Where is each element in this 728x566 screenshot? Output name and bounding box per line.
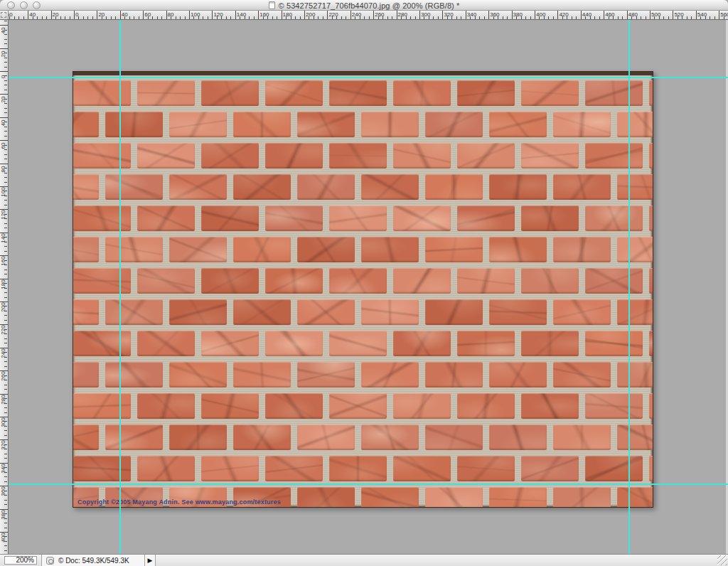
v-ruler-minor-tick bbox=[4, 112, 7, 113]
brick bbox=[265, 456, 323, 481]
h-ruler-minor-tick bbox=[585, 16, 586, 19]
h-ruler-major-tick bbox=[696, 11, 697, 20]
h-ruler-major-tick bbox=[258, 11, 259, 20]
close-button[interactable] bbox=[7, 1, 15, 9]
brick bbox=[73, 205, 131, 231]
brick bbox=[265, 331, 323, 356]
h-ruler-minor-tick bbox=[208, 16, 208, 19]
resize-grip[interactable] bbox=[717, 555, 727, 565]
brick bbox=[137, 143, 195, 169]
brick bbox=[617, 112, 653, 137]
h-ruler-minor-tick bbox=[37, 16, 38, 19]
guide-horizontal[interactable] bbox=[9, 484, 728, 485]
document-proxy-icon bbox=[269, 1, 275, 9]
h-ruler-minor-tick bbox=[461, 16, 461, 19]
doc-info-box: © Doc: 549.3K/549.3K bbox=[41, 555, 145, 566]
brick bbox=[521, 456, 579, 481]
h-ruler-minor-tick bbox=[9, 16, 10, 19]
v-ruler-minor-tick bbox=[4, 108, 7, 109]
v-ruler-label: 280 bbox=[1, 392, 6, 407]
h-ruler-minor-tick bbox=[355, 16, 355, 19]
h-ruler-major-tick bbox=[189, 11, 190, 20]
v-ruler-label: 80 bbox=[1, 161, 6, 177]
brick bbox=[297, 487, 355, 508]
guide-horizontal[interactable] bbox=[9, 77, 728, 78]
v-ruler-minor-tick bbox=[4, 476, 7, 477]
v-ruler-minor-tick bbox=[4, 246, 7, 247]
brick bbox=[521, 80, 579, 106]
brick bbox=[169, 299, 227, 325]
brick bbox=[425, 299, 483, 325]
brick bbox=[137, 268, 195, 294]
canvas-area[interactable]: Copyright ©2005 Mayang Adnin. See www.ma… bbox=[9, 20, 728, 554]
brick bbox=[521, 205, 579, 231]
brick bbox=[361, 237, 419, 262]
brick bbox=[649, 143, 653, 169]
v-ruler-minor-tick bbox=[4, 30, 7, 31]
v-ruler-minor-tick bbox=[4, 361, 7, 362]
v-ruler-minor-tick bbox=[4, 375, 7, 376]
v-ruler-minor-tick bbox=[4, 177, 7, 178]
minimize-button[interactable] bbox=[20, 1, 28, 9]
guide-vertical[interactable] bbox=[119, 20, 121, 554]
status-menu-button[interactable]: ▶ bbox=[145, 555, 156, 566]
h-ruler-minor-tick bbox=[599, 16, 600, 19]
brick bbox=[137, 80, 195, 106]
brick bbox=[73, 143, 131, 169]
brick bbox=[361, 487, 419, 508]
v-ruler-minor-tick bbox=[4, 21, 7, 21]
v-ruler-minor-tick bbox=[4, 214, 7, 215]
h-ruler-minor-tick bbox=[42, 16, 43, 19]
brick bbox=[585, 393, 643, 419]
h-ruler-minor-tick bbox=[323, 16, 323, 19]
zoom-level-value: 200% bbox=[16, 557, 34, 564]
h-ruler-minor-tick bbox=[678, 16, 678, 19]
v-ruler-minor-tick bbox=[4, 260, 7, 261]
v-ruler-minor-tick bbox=[4, 550, 7, 551]
brick bbox=[393, 456, 451, 481]
h-ruler-minor-tick bbox=[382, 16, 383, 19]
h-ruler-minor-tick bbox=[217, 16, 218, 19]
brick bbox=[361, 112, 419, 137]
h-ruler-major-tick bbox=[212, 11, 213, 20]
h-ruler-minor-tick bbox=[493, 16, 494, 19]
vertical-ruler[interactable]: 4020020406080100120140160180200220240260… bbox=[0, 20, 9, 554]
h-ruler-minor-tick bbox=[609, 16, 609, 19]
v-ruler-minor-tick bbox=[4, 182, 7, 183]
brick bbox=[137, 205, 195, 231]
h-ruler-minor-tick bbox=[152, 16, 153, 19]
guide-vertical[interactable] bbox=[628, 20, 630, 554]
brick bbox=[329, 331, 387, 356]
brick-texture-image[interactable]: Copyright ©2005 Mayang Adnin. See www.ma… bbox=[73, 71, 653, 508]
maximize-button[interactable] bbox=[33, 1, 41, 9]
h-ruler-minor-tick bbox=[332, 16, 333, 19]
h-ruler-minor-tick bbox=[401, 16, 402, 19]
h-ruler-minor-tick bbox=[18, 16, 19, 19]
brick bbox=[649, 268, 653, 294]
brick bbox=[553, 112, 611, 137]
ruler-origin-corner[interactable] bbox=[0, 11, 9, 20]
h-ruler-minor-tick bbox=[157, 16, 158, 19]
brick bbox=[73, 299, 99, 325]
h-ruler-major-tick bbox=[235, 11, 236, 20]
v-ruler-minor-tick bbox=[4, 297, 7, 298]
horizontal-ruler[interactable]: 6040200204060801001201401601802002202402… bbox=[9, 11, 728, 20]
status-bar: 200% © Doc: 549.3K/549.3K ▶ bbox=[0, 554, 728, 566]
v-ruler-label: 260 bbox=[1, 368, 6, 384]
v-ruler-minor-tick bbox=[4, 407, 7, 408]
h-ruler-minor-tick bbox=[548, 16, 549, 19]
h-ruler-major-tick bbox=[419, 11, 420, 20]
version-cue-status-icon bbox=[46, 557, 54, 565]
h-ruler-minor-tick bbox=[507, 16, 508, 19]
v-ruler-label: 20 bbox=[1, 92, 6, 107]
zoom-level-field[interactable]: 200% bbox=[4, 556, 37, 565]
h-ruler-minor-tick bbox=[171, 16, 171, 19]
h-ruler-minor-tick bbox=[663, 16, 664, 19]
h-ruler-minor-tick bbox=[102, 16, 102, 19]
brick bbox=[169, 174, 227, 200]
h-ruler-minor-tick bbox=[185, 16, 186, 19]
h-ruler-minor-tick bbox=[198, 16, 199, 19]
v-ruler-minor-tick bbox=[4, 196, 7, 196]
brick bbox=[233, 174, 291, 200]
titlebar[interactable]: © 5342752717_706fb44070.jpg @ 200% (RGB/… bbox=[0, 0, 728, 11]
